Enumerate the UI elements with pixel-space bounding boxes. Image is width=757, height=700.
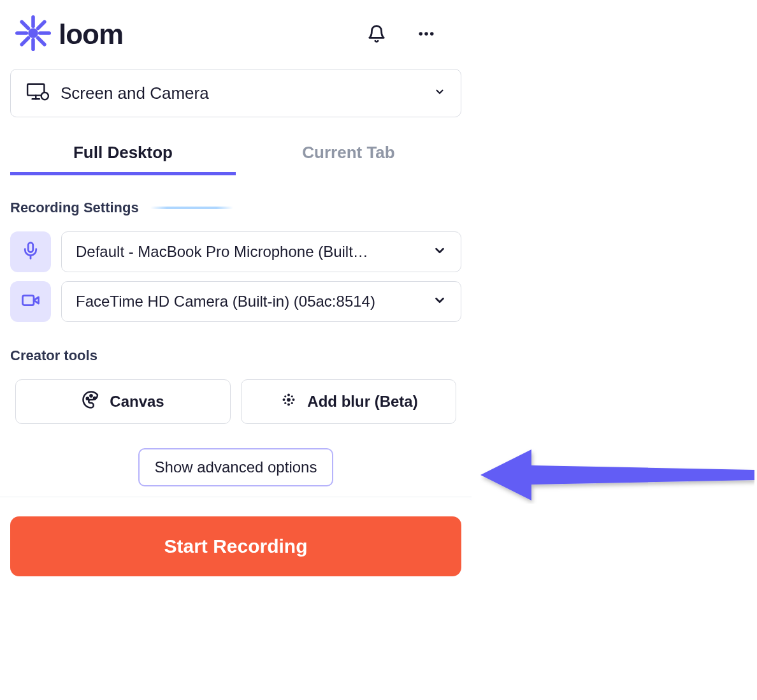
- add-blur-label: Add blur (Beta): [307, 393, 417, 411]
- svg-rect-0: [31, 15, 35, 28]
- svg-rect-5: [19, 36, 31, 47]
- camera-value: FaceTime HD Camera (Built-in) (05ac:8514…: [76, 293, 425, 310]
- video-camera-icon: [21, 291, 40, 312]
- svg-point-10: [424, 32, 428, 36]
- camera-row: FaceTime HD Camera (Built-in) (05ac:8514…: [10, 281, 461, 322]
- svg-point-26: [283, 398, 285, 401]
- annotation-arrow-icon: [480, 446, 754, 506]
- svg-point-23: [287, 398, 291, 402]
- creator-tools-row: Canvas Add blur (Beta: [10, 379, 461, 424]
- chevron-down-icon: [434, 86, 445, 100]
- svg-rect-16: [28, 243, 33, 252]
- decorative-underline: [150, 207, 233, 209]
- microphone-icon-tile[interactable]: [10, 231, 51, 272]
- screen-camera-icon: [26, 82, 50, 104]
- camera-icon-tile[interactable]: [10, 281, 51, 322]
- start-recording-button[interactable]: Start Recording: [10, 516, 461, 576]
- header: loom: [10, 15, 461, 69]
- more-menu-button[interactable]: [414, 22, 438, 48]
- brand-logo: loom: [15, 15, 364, 54]
- canvas-label: Canvas: [110, 393, 164, 411]
- microphone-row: Default - MacBook Pro Microphone (Built…: [10, 231, 461, 272]
- notifications-button[interactable]: [364, 22, 389, 48]
- microphone-select[interactable]: Default - MacBook Pro Microphone (Built…: [61, 231, 461, 272]
- more-horizontal-icon: [417, 24, 436, 45]
- tab-label: Full Desktop: [73, 143, 173, 162]
- palette-icon: [82, 390, 101, 413]
- svg-point-27: [292, 398, 295, 401]
- svg-rect-1: [31, 38, 35, 51]
- svg-point-28: [284, 395, 286, 397]
- tab-current-tab[interactable]: Current Tab: [236, 136, 461, 174]
- microphone-icon: [21, 241, 40, 263]
- svg-point-24: [287, 394, 290, 397]
- loom-burst-icon: [15, 15, 51, 54]
- blur-icon: [279, 390, 298, 413]
- svg-point-8: [28, 28, 38, 38]
- svg-point-31: [291, 402, 293, 404]
- tab-label: Current Tab: [302, 143, 394, 162]
- recording-mode-label: Screen and Camera: [61, 84, 424, 103]
- svg-point-20: [87, 398, 89, 400]
- brand-name: loom: [59, 18, 123, 50]
- advanced-options-wrap: Show advanced options: [0, 448, 472, 497]
- svg-rect-4: [36, 19, 47, 31]
- microphone-value: Default - MacBook Pro Microphone (Built…: [76, 243, 425, 261]
- svg-rect-2: [15, 31, 28, 35]
- svg-point-30: [284, 402, 286, 404]
- capture-scope-tabs: Full Desktop Current Tab: [10, 136, 461, 174]
- svg-rect-18: [23, 296, 34, 305]
- svg-rect-6: [19, 19, 31, 31]
- svg-point-29: [291, 395, 293, 397]
- bell-icon: [367, 24, 386, 45]
- svg-marker-32: [480, 449, 754, 500]
- svg-point-21: [90, 395, 92, 397]
- canvas-button[interactable]: Canvas: [15, 379, 231, 424]
- show-advanced-options-button[interactable]: Show advanced options: [138, 448, 334, 486]
- svg-rect-7: [36, 36, 47, 47]
- svg-point-11: [430, 32, 434, 36]
- creator-tools-title: Creator tools: [10, 347, 461, 364]
- svg-point-22: [94, 397, 96, 399]
- tab-full-desktop[interactable]: Full Desktop: [10, 136, 236, 174]
- recorder-panel: loom: [0, 0, 472, 576]
- svg-point-15: [41, 92, 48, 99]
- chevron-down-icon: [433, 244, 447, 260]
- header-actions: [364, 22, 456, 48]
- svg-point-9: [419, 32, 423, 36]
- svg-rect-3: [38, 31, 51, 35]
- chevron-down-icon: [433, 293, 447, 310]
- camera-select[interactable]: FaceTime HD Camera (Built-in) (05ac:8514…: [61, 281, 461, 322]
- svg-point-25: [287, 404, 290, 406]
- recording-mode-select[interactable]: Screen and Camera: [10, 69, 461, 117]
- recording-settings-title: Recording Settings: [10, 200, 461, 216]
- add-blur-button[interactable]: Add blur (Beta): [241, 379, 456, 424]
